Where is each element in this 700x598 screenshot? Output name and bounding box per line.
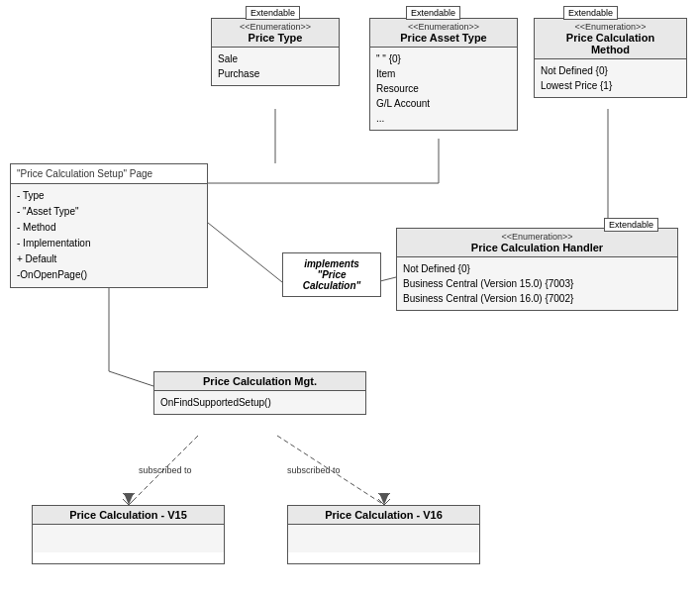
price-calc-method-header: <<Enumeration>> Price Calculation Method	[535, 19, 686, 59]
price-asset-type-box: <<Enumeration>> Price Asset Type " " {0}…	[369, 18, 518, 131]
svg-line-7	[109, 371, 153, 386]
price-calc-handler-body: Not Defined {0} Business Central (Versio…	[397, 257, 677, 310]
svg-line-4	[208, 223, 282, 282]
extendable-tag-price-calc-handler: Extendable	[604, 218, 658, 232]
price-calc-v16-header: Price Calculation - V16	[288, 506, 479, 525]
page-box-header: "Price Calculation Setup" Page	[11, 164, 207, 184]
price-calc-v15-header: Price Calculation - V15	[33, 506, 224, 525]
price-type-header: <<Enumeration>> Price Type	[212, 19, 339, 48]
price-calc-v16-body	[288, 525, 479, 552]
price-calc-method-box: <<Enumeration>> Price Calculation Method…	[534, 18, 687, 98]
price-calc-v15-box: Price Calculation - V15	[32, 505, 225, 564]
price-calc-v16-box: Price Calculation - V16	[287, 505, 480, 564]
page-box-body: - Type - "Asset Type" - Method - Impleme…	[11, 184, 207, 287]
implements-box: implements "Price Calculation"	[282, 252, 381, 297]
price-calc-handler-box: <<Enumeration>> Price Calculation Handle…	[396, 228, 678, 311]
price-type-body: Sale Purchase	[212, 48, 339, 85]
svg-marker-9	[124, 493, 134, 505]
extendable-tag-price-calc-method: Extendable	[563, 6, 618, 20]
price-type-box: <<Enumeration>> Price Type Sale Purchase	[211, 18, 340, 86]
price-calc-handler-header: <<Enumeration>> Price Calculation Handle…	[397, 229, 677, 257]
price-calc-v15-body	[33, 525, 224, 552]
price-calc-mgt-header: Price Calculation Mgt.	[154, 372, 365, 391]
price-asset-type-header: <<Enumeration>> Price Asset Type	[370, 19, 517, 48]
subscribed-to-label-1: subscribed to	[139, 465, 192, 475]
price-calc-method-body: Not Defined {0} Lowest Price {1}	[535, 59, 686, 97]
extendable-tag-price-asset-type: Extendable	[406, 6, 460, 20]
diagram-container: Extendable <<Enumeration>> Price Type Sa…	[0, 0, 700, 598]
price-asset-type-body: " " {0} Item Resource G/L Account ...	[370, 48, 517, 130]
extendable-tag-price-type: Extendable	[246, 6, 300, 20]
price-calc-mgt-box: Price Calculation Mgt. OnFindSupportedSe…	[153, 371, 366, 415]
page-box: "Price Calculation Setup" Page - Type - …	[10, 163, 208, 288]
subscribed-to-label-2: subscribed to	[287, 465, 341, 475]
svg-marker-11	[379, 493, 389, 505]
price-calc-mgt-body: OnFindSupportedSetup()	[154, 391, 365, 414]
